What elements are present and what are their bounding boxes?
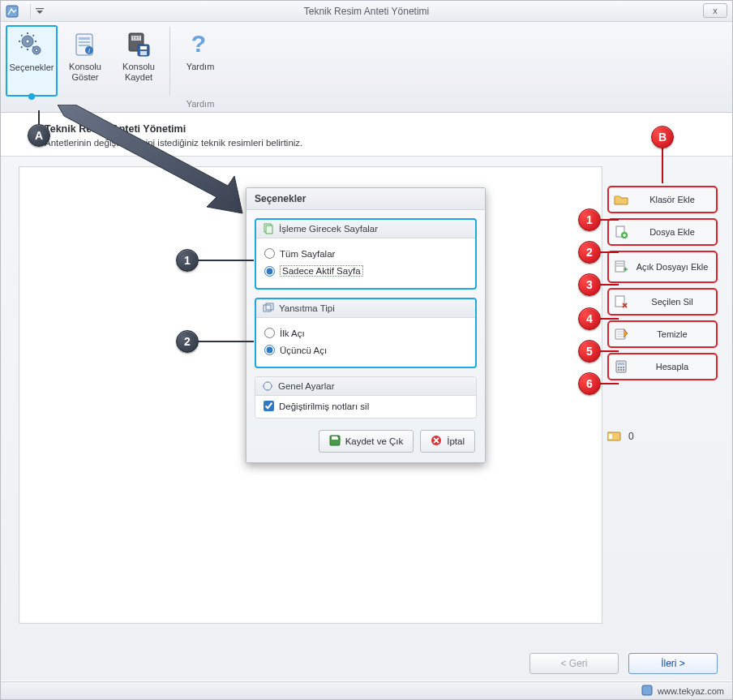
dialog-marker-2-line	[199, 341, 254, 342]
dialog-marker-2: 2	[176, 330, 199, 353]
title-bar: Teknik Resim Anteti Yönetimi x	[1, 1, 732, 22]
status-url: www.tekyaz.com	[658, 686, 724, 696]
marker-3: 3	[578, 273, 601, 296]
svg-text:i: i	[88, 47, 90, 54]
delete-selected-button[interactable]: Seçilen Sil	[607, 288, 718, 316]
dialog-marker-1: 1	[176, 249, 199, 272]
svg-rect-46	[642, 685, 652, 695]
calculate-label: Hesapla	[633, 362, 711, 371]
marker-5: 5	[578, 340, 601, 363]
radio-active-page[interactable]: Sadece Aktif Sayfa	[264, 262, 467, 280]
back-button: < Geri	[529, 653, 619, 674]
svg-rect-0	[6, 6, 18, 17]
page-subtitle: Antetlerinin değiştirilmesini istediğini…	[45, 138, 718, 148]
dialog-title: Seçenekler	[246, 188, 485, 210]
delete-icon	[614, 294, 628, 309]
radio-active-page-label: Sadece Aktif Sayfa	[280, 265, 363, 277]
ribbon-options-label: Seçenekler	[9, 62, 54, 73]
close-icon: x	[713, 6, 718, 15]
marker-6-line	[601, 383, 619, 384]
file-add-icon	[614, 225, 628, 239]
close-button[interactable]: x	[703, 3, 727, 18]
checkbox-delete-notes-label: Değiştirilmiş notları sil	[279, 402, 369, 411]
add-file-button[interactable]: Dosya Ekle	[607, 218, 718, 246]
svg-rect-25	[616, 265, 624, 267]
svg-rect-34	[620, 369, 622, 371]
dialog-footer: Kaydet ve Çık İptal	[255, 430, 477, 453]
svg-rect-31	[620, 367, 622, 368]
ribbon-save-console-label: Konsolu Kaydet	[114, 62, 164, 82]
svg-rect-29	[618, 363, 624, 365]
side-panel: Klasör Ekle Dosya Ekle Açık Dosyayı Ekle…	[607, 166, 718, 624]
svg-point-42	[264, 382, 272, 390]
group-pages-header: İşleme Girecek Sayfalar	[256, 220, 475, 238]
svg-rect-40	[264, 305, 271, 311]
save-and-exit-button[interactable]: Kaydet ve Çık	[319, 430, 414, 453]
marker-1: 1	[578, 208, 601, 231]
ribbon-group-main: Seçenekler i Konsolu Göster TXT Konsolu …	[1, 22, 169, 112]
cancel-button[interactable]: İptal	[420, 430, 475, 453]
window-title: Teknik Resim Anteti Yönetimi	[304, 6, 430, 17]
projection-icon	[263, 303, 274, 314]
clear-label: Temizle	[633, 329, 711, 339]
ribbon-options-button[interactable]: Seçenekler	[6, 25, 58, 97]
marker-a-line	[38, 110, 40, 124]
radio-all-pages[interactable]: Tüm Sayfalar	[264, 245, 467, 262]
radio-third-angle[interactable]: Üçüncü Açı	[264, 341, 467, 359]
ribbon-help-button[interactable]: ? Yardım	[174, 25, 226, 97]
marker-a: A	[28, 124, 50, 147]
add-open-file-button[interactable]: Açık Dosyayı Ekle	[607, 251, 718, 283]
svg-rect-18	[140, 51, 147, 55]
svg-rect-35	[623, 369, 624, 371]
svg-rect-2	[36, 8, 44, 9]
add-open-file-label: Açık Dosyayı Ekle	[633, 262, 711, 272]
page-title: Teknik Resim Anteti Yönetimi	[45, 123, 718, 135]
folder-add-icon	[614, 192, 628, 207]
svg-rect-9	[79, 41, 90, 43]
radio-first-angle[interactable]: İlk Açı	[264, 324, 467, 341]
group-general-header: Genel Ayarlar	[255, 377, 476, 396]
calculator-icon	[614, 359, 628, 374]
svg-rect-37	[609, 434, 612, 439]
status-bar: www.tekyaz.com	[1, 681, 732, 699]
checkbox-delete-notes[interactable]: Değiştirilmiş notları sil	[264, 401, 468, 411]
svg-rect-8	[79, 37, 90, 40]
group-general-label: Genel Ayarlar	[278, 381, 334, 391]
group-general: Genel Ayarlar Değiştirilmiş notları sil	[255, 376, 477, 419]
svg-rect-10	[79, 45, 90, 46]
svg-rect-41	[266, 303, 273, 310]
console-show-icon: i	[71, 31, 99, 58]
marker-6: 6	[578, 372, 601, 395]
marker-4-line	[601, 318, 619, 320]
console-save-icon: TXT	[125, 31, 152, 58]
svg-rect-39	[266, 225, 272, 234]
ribbon-show-console-label: Konsolu Göster	[60, 62, 110, 82]
marker-2: 2	[578, 241, 601, 264]
wizard-footer: < Geri İleri >	[1, 646, 732, 681]
settings-icon	[262, 380, 273, 392]
cancel-label: İptal	[447, 436, 465, 446]
options-dialog: Seçenekler İşleme Girecek Sayfalar Tüm S…	[246, 187, 486, 463]
radio-all-pages-label: Tüm Sayfalar	[280, 249, 335, 259]
delete-selected-label: Seçilen Sil	[633, 297, 711, 307]
ribbon-group-help: ? Yardım Yardım	[169, 22, 231, 112]
count-value: 0	[628, 431, 634, 442]
gears-icon	[18, 32, 45, 59]
ribbon-show-console-button[interactable]: i Konsolu Göster	[59, 25, 111, 97]
ribbon-save-console-button[interactable]: TXT Konsolu Kaydet	[113, 25, 165, 97]
pages-icon	[263, 223, 274, 234]
cancel-icon	[431, 435, 442, 448]
radio-third-angle-label: Üçüncü Açı	[280, 346, 327, 355]
group-projection-header: Yansıtma Tipi	[256, 299, 475, 318]
calculate-button[interactable]: Hesapla	[607, 353, 718, 380]
svg-text:?: ?	[191, 31, 206, 57]
clear-button[interactable]: Temizle	[607, 320, 718, 348]
add-folder-button[interactable]: Klasör Ekle	[607, 186, 718, 213]
ribbon-group-main-label	[4, 107, 166, 112]
qat-dropdown-icon[interactable]	[30, 4, 48, 19]
svg-rect-32	[623, 367, 624, 368]
add-folder-label: Klasör Ekle	[633, 195, 711, 204]
svg-text:TXT: TXT	[132, 36, 139, 41]
next-button[interactable]: İleri >	[628, 653, 718, 674]
ribbon: Seçenekler i Konsolu Göster TXT Konsolu …	[1, 22, 732, 113]
